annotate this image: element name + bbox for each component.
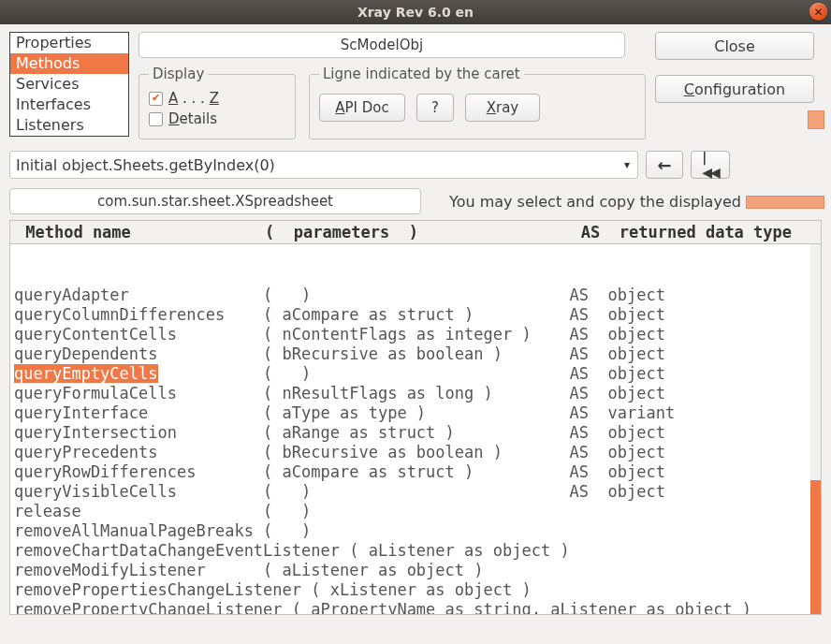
list-item[interactable]: queryVisibleCells ( ) AS object bbox=[14, 482, 821, 502]
sidebar-item-properties[interactable]: Properties bbox=[10, 33, 128, 53]
progress-bar-wide bbox=[746, 196, 824, 209]
list-item[interactable]: removePropertiesChangeListener ( xListen… bbox=[14, 580, 821, 600]
list-item[interactable]: removeAllManualPageBreaks ( ) bbox=[14, 521, 821, 541]
xray-button[interactable]: Xray bbox=[465, 94, 540, 122]
list-item[interactable]: queryPrecedents ( bRecursive as boolean … bbox=[14, 443, 821, 462]
rewind-button[interactable]: |◀◀ bbox=[691, 151, 730, 179]
close-button[interactable]: Close bbox=[655, 32, 814, 60]
object-path-text: Initial object.Sheets.getByIndex(0) bbox=[16, 156, 275, 174]
list-item[interactable]: queryIntersection ( aRange as struct ) A… bbox=[14, 423, 821, 443]
object-name-field[interactable]: ScModelObj bbox=[138, 32, 625, 58]
list-item[interactable]: queryContentCells ( nContentFlags as int… bbox=[14, 325, 821, 344]
list-item[interactable]: removePropertyChangeListener ( aProperty… bbox=[14, 600, 821, 615]
scrollbar[interactable] bbox=[810, 244, 821, 614]
list-item[interactable]: queryAdapter ( ) AS object bbox=[14, 285, 821, 305]
list-item[interactable]: removeModifyListener ( aListener as obje… bbox=[14, 561, 821, 580]
methods-header: Method name ( parameters ) AS returned d… bbox=[9, 220, 822, 244]
window-titlebar: Xray Rev 6.0 en ✕ bbox=[0, 0, 831, 24]
configuration-button[interactable]: Configuration bbox=[655, 75, 814, 103]
list-item[interactable]: queryDependents ( bRecursive as boolean … bbox=[14, 344, 821, 364]
category-listbox[interactable]: PropertiesMethodsServicesInterfacesListe… bbox=[9, 32, 129, 137]
help-button[interactable]: ? bbox=[416, 94, 454, 122]
hint-text: You may select and copy the displayed li… bbox=[449, 193, 780, 211]
details-label: Details bbox=[168, 109, 217, 129]
list-item[interactable]: release ( ) bbox=[14, 502, 821, 521]
sidebar-item-services[interactable]: Services bbox=[10, 74, 128, 95]
list-item[interactable]: queryColumnDifferences ( aCompare as str… bbox=[14, 305, 821, 325]
az-checkbox[interactable] bbox=[149, 92, 163, 106]
api-doc-button[interactable]: API Doc bbox=[319, 94, 405, 122]
list-item[interactable]: removeChartDataChangeEventListener ( aLi… bbox=[14, 541, 821, 561]
display-legend: Display bbox=[149, 66, 208, 82]
chevron-down-icon: ▾ bbox=[624, 158, 630, 171]
methods-list[interactable]: queryAdapter ( ) AS objectqueryColumnDif… bbox=[9, 244, 822, 615]
sidebar-item-listeners[interactable]: Listeners bbox=[10, 115, 128, 136]
interface-field[interactable]: com.sun.star.sheet.XSpreadsheet bbox=[9, 188, 421, 214]
interface-text: com.sun.star.sheet.XSpreadsheet bbox=[97, 193, 333, 210]
progress-bar-small bbox=[808, 110, 824, 129]
back-button[interactable]: ← bbox=[646, 151, 683, 179]
display-group: Display A . . . Z Details bbox=[138, 66, 296, 139]
object-name-text: ScModelObj bbox=[341, 37, 423, 53]
list-item[interactable]: queryFormulaCells ( nResultFlags as long… bbox=[14, 384, 821, 403]
object-path-combo[interactable]: Initial object.Sheets.getByIndex(0) ▾ bbox=[9, 151, 638, 179]
details-checkbox[interactable] bbox=[149, 112, 163, 126]
sidebar-item-interfaces[interactable]: Interfaces bbox=[10, 95, 128, 115]
window-title: Xray Rev 6.0 en bbox=[357, 5, 474, 20]
list-item[interactable]: queryEmptyCells ( ) AS object bbox=[14, 364, 821, 384]
window-close-icon[interactable]: ✕ bbox=[809, 3, 827, 21]
caret-legend: Ligne indicated by the caret bbox=[319, 66, 524, 82]
sidebar-item-methods[interactable]: Methods bbox=[10, 53, 128, 74]
list-item[interactable]: queryInterface ( aType as type ) AS vari… bbox=[14, 403, 821, 423]
list-item[interactable]: queryRowDifferences ( aCompare as struct… bbox=[14, 462, 821, 482]
az-label: A . . . Z bbox=[168, 88, 219, 109]
scrollbar-thumb[interactable] bbox=[810, 480, 821, 615]
caret-group: Ligne indicated by the caret API Doc ? X… bbox=[309, 66, 646, 139]
